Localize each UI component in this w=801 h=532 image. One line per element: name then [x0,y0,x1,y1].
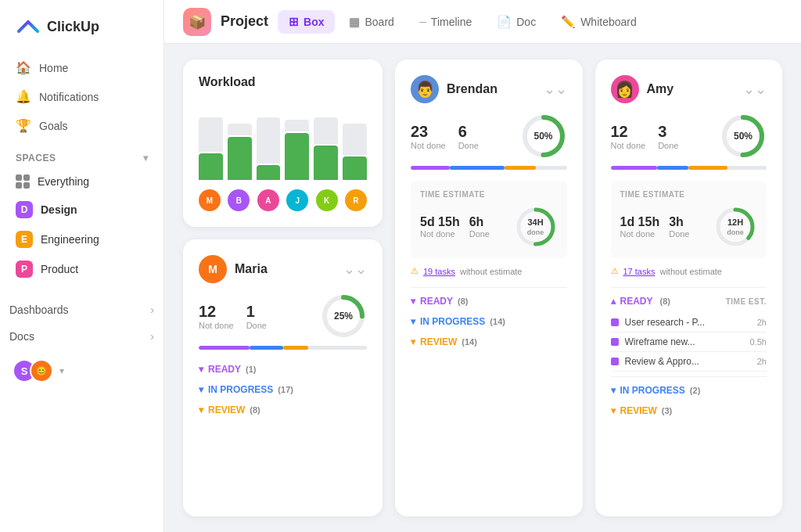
brendan-column: 👨 Brendan ⌄⌄ 23 Not done 6 [395,59,583,516]
status-header-review[interactable]: ▾ REVIEW (14) [411,333,567,350]
stat-label: Not done [611,141,646,150]
brendan-info: 👨 Brendan [411,75,497,103]
space-dot-product: P [16,261,33,278]
chevron-down-icon: ▾ [199,404,203,415]
spaces-label-text: Spaces [16,153,56,164]
status-header-inprogress[interactable]: ▾ IN PROGRESS (2) [611,382,767,399]
sidebar-item-design[interactable]: D Design [6,195,157,225]
brendan-avatar: 👨 [411,75,439,103]
chevron-down-icon: ▾ [199,364,203,375]
warning-text: without estimate [460,267,522,276]
board-icon: ▦ [349,15,360,29]
tab-board[interactable]: ▦ Board [338,10,404,34]
donut-time-label: 34H done [527,217,544,237]
status-label: IN PROGRESS [420,316,485,327]
status-count: (2) [690,386,700,395]
task-dot [611,358,619,365]
sidebar-item-notifications[interactable]: 🔔 Notifications [6,82,157,111]
status-header-ready[interactable]: ▾ READY (1) [199,361,367,378]
status-label: IN PROGRESS [620,385,685,396]
amy-time-row: 1d 15h Not done 3h Done [620,205,758,249]
bar-chart [199,102,367,180]
chevron-down-icon[interactable]: ▾ [143,153,149,164]
amy-time-estimate: TIME ESTIMATE 1d 15h Not done 3h Done [611,181,767,258]
status-label: READY [208,364,241,375]
amy-name: Amy [647,82,674,96]
task-item-2[interactable]: Wireframe new... 0.5h [611,332,767,352]
tab-label: Timeline [431,16,472,28]
chevron-down-icon: ▾ [411,316,415,327]
sidebar-item-everything[interactable]: Everything [6,168,157,195]
status-header-inprogress[interactable]: ▾ IN PROGRESS (14) [411,313,567,330]
maria-avatar: M [199,255,227,283]
progress-seg-ready [199,346,250,350]
user-area[interactable]: S 😊 ▾ [0,350,163,392]
task-time: 2h [757,318,767,327]
task-dot [611,318,619,326]
sidebar-item-product[interactable]: P Product [6,254,157,284]
maria-status-inprogress: ▾ IN PROGRESS (17) [199,381,367,398]
tab-doc[interactable]: 📄 Doc [486,10,547,34]
stat-label: Done [658,141,678,150]
timeline-icon: ⏤ [419,15,426,28]
task-item-3[interactable]: Review & Appro... 2h [611,352,767,372]
sidebar-item-dashboards[interactable]: Dashboards › [0,297,163,323]
amy-column: 👩 Amy ⌄⌄ 12 Not done 3 Done [595,59,783,516]
tab-label: Whiteboard [580,16,637,28]
amy-time-not-done: 1d 15h Not done [620,215,660,239]
avatar-j: J [286,189,308,211]
task-item-1[interactable]: User research - P... 2h [611,313,767,332]
sidebar-item-goals[interactable]: 🏆 Goals [6,111,157,140]
expand-icon[interactable]: ⌄⌄ [343,261,367,278]
amy-done: 3 Done [658,123,678,150]
sidebar-item-engineering[interactable]: E Engineering [6,225,157,254]
logo-text: ClickUp [47,19,99,35]
avatar-b: B [228,189,250,211]
sidebar-navigation: 🏠 Home 🔔 Notifications 🏆 Goals [0,53,163,140]
avatar-k: K [316,189,338,211]
amy-stats: 12 Not done 3 Done 50% [611,113,767,160]
logo-area[interactable]: ClickUp [0,0,163,53]
stat-value: 23 [411,123,446,141]
bar-col-4 [285,117,309,180]
warning-link[interactable]: 19 tasks [423,267,455,276]
sidebar-item-docs[interactable]: Docs › [0,323,163,350]
brendan-time-done: 6h Done [469,215,490,239]
status-header-ready[interactable]: ▾ READY (8) [411,293,567,310]
chevron-down-icon: ▾ [59,365,64,376]
bar-col-5 [314,117,338,180]
sidebar-item-label: Docs [9,330,34,343]
brendan-status-inprogress: ▾ IN PROGRESS (14) [411,313,567,330]
amy-avatar: 👩 [611,75,639,103]
stat-value: 6 [458,123,479,141]
avatar-m: M [199,189,221,211]
bar-wrapper [257,117,281,180]
stat-label: Not done [411,141,446,150]
project-title: Project [221,13,268,30]
status-header-review[interactable]: ▾ REVIEW (8) [199,401,367,419]
sidebar-item-home[interactable]: 🏠 Home [6,53,157,82]
tab-timeline[interactable]: ⏤ Timeline [408,10,483,33]
bell-icon: 🔔 [16,89,31,104]
maria-done: 1 Done [246,303,267,330]
amy-card: 👩 Amy ⌄⌄ 12 Not done 3 Done [595,59,783,516]
tab-box[interactable]: ⊞ Box [278,10,335,34]
status-header-inprogress[interactable]: ▾ IN PROGRESS (17) [199,381,367,398]
expand-icon[interactable]: ⌄⌄ [743,81,767,98]
tab-whiteboard[interactable]: ✏️ Whiteboard [550,10,648,34]
status-header-ready[interactable]: ▴ READY (8) TIME EST. [611,293,767,310]
stat-value: 12 [611,123,646,141]
brendan-not-done: 23 Not done [411,123,446,150]
time-label: Not done [420,229,460,239]
expand-icon[interactable]: ⌄⌄ [544,81,567,98]
status-header-review[interactable]: ▾ REVIEW (3) [611,402,767,419]
sidebar: ClickUp 🏠 Home 🔔 Notifications 🏆 Goals S… [0,0,164,532]
brendan-donut: 50% [520,113,567,160]
amy-progress-bar [611,166,767,170]
tab-label: Board [365,16,393,28]
amy-not-done: 12 Not done [611,123,646,150]
chevron-down-icon: ▾ [199,384,203,395]
warning-link[interactable]: 17 tasks [623,267,656,276]
amy-status-inprogress: ▾ IN PROGRESS (2) [611,382,767,399]
chevron-down-icon: ▾ [411,296,415,307]
